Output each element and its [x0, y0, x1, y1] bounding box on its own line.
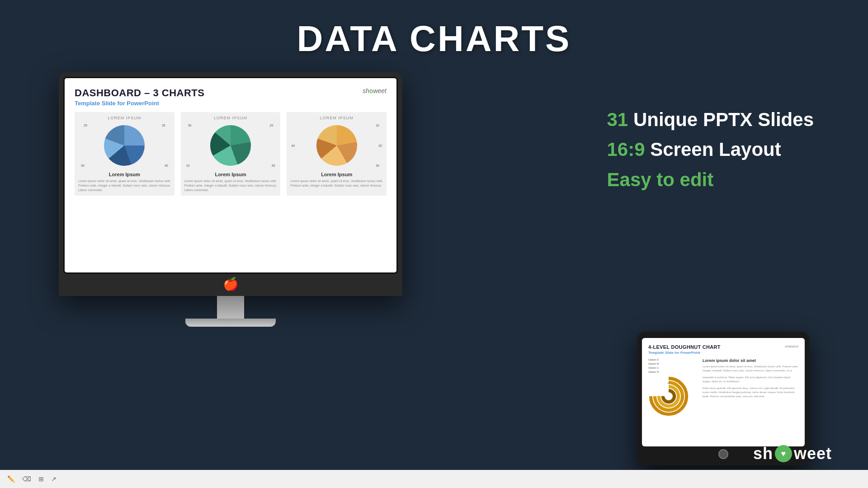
monitor-frame: DASHBOARD – 3 CHARTS Template Slide for … [59, 72, 402, 296]
chart-1-desc: Lorem ipsum dolor sit amet, quam id eros… [78, 179, 171, 192]
monitor-screen: DASHBOARD – 3 CHARTS Template Slide for … [63, 77, 398, 274]
label-a: Option A [648, 358, 698, 361]
chart-1: LOREM IPSUM 25 25 30 40 Lorem Ipsum Lore… [75, 112, 175, 196]
chart-1-pie: 25 25 30 40 [78, 123, 171, 168]
chart-2-info: Lorem Ipsum Lorem ipsum dolor sit amet, … [184, 172, 277, 192]
pencil-icon[interactable]: ✏️ [7, 475, 15, 483]
svg-point-3 [663, 390, 674, 402]
pie1-n2: 25 [84, 124, 87, 127]
info-num-2: 16:9 [607, 139, 645, 160]
brand-name-part2: weet [794, 444, 832, 463]
brand-heart: ♥ [781, 449, 786, 459]
grid-icon[interactable]: ⊞ [38, 475, 44, 483]
chart-2: LOREM IPSUM 20 30 35 15 Lorem Ipsum Lore… [181, 112, 281, 196]
tablet-text-2: Imperdiet in pulvinar. Tellus augue. Eli… [703, 375, 798, 384]
tablet-title: 4-Level Doughnut Chart [648, 344, 798, 350]
pie3-n2: 20 [378, 144, 382, 147]
chart-3-pie: 10 20 30 40 [290, 123, 383, 168]
chart-1-info: Lorem Ipsum Lorem ipsum dolor sit amet, … [78, 172, 171, 192]
slide-header: DASHBOARD – 3 CHARTS Template Slide for … [75, 87, 387, 107]
chart-3-title: Lorem Ipsum [290, 172, 383, 177]
pie-chart-1 [104, 125, 145, 166]
pointer-icon[interactable]: ↗ [51, 475, 57, 483]
pie-chart-2 [210, 125, 251, 166]
info-text-1: Unique PPTX Slides [628, 109, 814, 130]
tablet-screen: showeet 4-Level Doughnut Chart Template … [642, 338, 805, 446]
pie2-n2: 30 [188, 124, 192, 127]
monitor-neck [217, 296, 244, 319]
info-text-3: Easy to edit [607, 169, 714, 190]
chart-2-desc: Lorem ipsum dolor sit amet, quam id eros… [184, 179, 277, 192]
pie1-n1: 25 [162, 124, 165, 127]
eraser-icon[interactable]: ⌫ [22, 475, 31, 483]
charts-row: LOREM IPSUM 25 25 30 40 Lorem Ipsum Lore… [75, 112, 387, 196]
chart-3: LOREM IPSUM 10 20 30 40 Lorem Ipsum Lore… [287, 112, 387, 196]
page-title: DATA CHARTS [0, 0, 868, 60]
brand-name-part1: sh [753, 444, 773, 463]
donut-chart: 45 60 75 [648, 376, 689, 417]
tablet-logo: showeet [785, 344, 798, 348]
pie2-n3: 35 [272, 164, 275, 167]
tablet-text-3: Dolor lacus gravida. Elit placerat risus… [703, 386, 798, 399]
tablet-heading: Lorem ipsum dolor sit amet [703, 358, 798, 363]
chart-2-pie: 20 30 35 15 [184, 123, 277, 168]
pie-chart-3 [316, 125, 357, 166]
pie1-n4: 40 [165, 164, 168, 167]
tablet-content: Option A Option B Option C Option D [648, 358, 798, 418]
chart-3-info: Lorem Ipsum Lorem ipsum dolor sit amet, … [290, 172, 383, 188]
chart-2-label: LOREM IPSUM [184, 116, 277, 120]
monitor-base [185, 319, 276, 327]
tablet-text-1: Lorem ipsum dolor sit amet, quam id eros… [703, 365, 798, 373]
monitor-device: DASHBOARD – 3 CHARTS Template Slide for … [59, 72, 402, 327]
svg-text:75: 75 [667, 409, 670, 412]
tablet-slide: showeet 4-Level Doughnut Chart Template … [642, 338, 805, 423]
tablet-home-button[interactable] [718, 449, 728, 459]
pie2-n1: 20 [270, 124, 274, 127]
slide-logo: showeet [363, 87, 387, 94]
slide-content: DASHBOARD – 3 CHARTS Template Slide for … [65, 78, 396, 272]
chart-3-desc: Lorem ipsum dolor sit amet, quam id eros… [290, 179, 383, 188]
pie2-n4: 15 [186, 164, 190, 167]
chart-3-label: LOREM IPSUM [290, 116, 383, 120]
chart-1-title: Lorem Ipsum [78, 172, 171, 177]
label-c: Option C [648, 366, 698, 369]
pie3-n1: 10 [376, 124, 379, 127]
pie3-n3: 30 [376, 164, 379, 167]
tablet-subtitle: Template Slide for PowerPoint [648, 351, 798, 355]
info-line-1: 31 Unique PPTX Slides [607, 108, 814, 131]
tablet-text-area: Lorem ipsum dolor sit amet Lorem ipsum d… [703, 358, 798, 418]
svg-text:60: 60 [682, 396, 684, 399]
label-b: Option B [648, 362, 698, 365]
chart-1-label: LOREM IPSUM [78, 116, 171, 120]
pie1-n3: 30 [81, 164, 85, 167]
svg-text:45: 45 [667, 382, 670, 385]
donut-area: Option A Option B Option C Option D [648, 358, 698, 418]
slide-title: DASHBOARD – 3 CHARTS [75, 87, 387, 99]
info-line-3: Easy to edit [607, 169, 814, 191]
brand-o-icon: ♥ [775, 445, 792, 462]
info-text-2: Screen Layout [645, 139, 781, 160]
label-d: Option D [648, 371, 698, 373]
pie3-n4: 40 [291, 144, 295, 147]
brand-logo: sh ♥ weet [753, 444, 832, 463]
info-panel: 31 Unique PPTX Slides 16:9 Screen Layout… [607, 108, 814, 198]
chart-2-title: Lorem Ipsum [184, 172, 277, 177]
slide-subtitle: Template Slide for PowerPoint [75, 100, 387, 107]
bottom-toolbar: ✏️ ⌫ ⊞ ↗ [0, 470, 868, 488]
info-num-1: 31 [607, 109, 628, 130]
apple-logo: 🍎 [63, 274, 398, 291]
donut-labels: Option A Option B Option C Option D [648, 358, 698, 373]
info-line-2: 16:9 Screen Layout [607, 138, 814, 161]
